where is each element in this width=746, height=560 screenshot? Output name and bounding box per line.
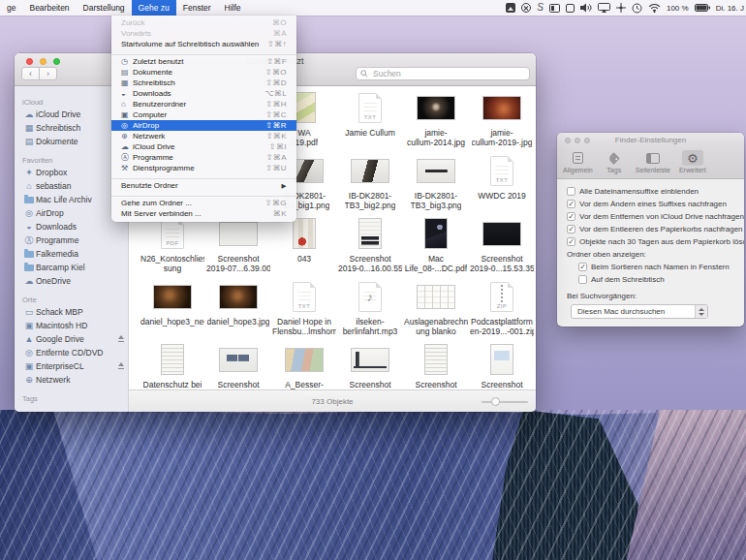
file-item[interactable]: TXT Jamie Cullum [337,89,403,152]
eject-icon[interactable] [117,362,125,370]
file-item[interactable]: PDF N26_Kontoschlies sung [140,215,205,278]
search-field[interactable] [356,67,530,80]
file-item[interactable]: Auslagenabrechn ung blanko [403,278,469,341]
sidebar-item[interactable]: Ⓐ Programme [15,233,128,247]
file-item[interactable]: daniel_hope3.jpg [205,278,271,341]
file-item[interactable]: Screenshot [403,341,469,389]
slider-knob[interactable] [491,397,500,406]
preferences-titlebar[interactable]: Finder-Einstellungen [557,133,744,147]
settings-option[interactable]: Vor dem Ändern eines Suffixes nachfragen [567,200,744,208]
menubar-menu[interactable]: Fenster [176,0,218,16]
file-item[interactable]: Screenshot [205,341,271,389]
sidebar-item[interactable]: ☁ OneDrive [15,274,128,288]
menu-item[interactable]: Mit Server verbinden ... ⌘K [111,208,296,219]
menu-item[interactable] [111,191,296,198]
menu-item[interactable]: ◎ AirDrop ⇧⌘R [111,120,296,131]
menu-item[interactable]: Startvolume auf Schreibtisch auswählen ⇧… [111,39,296,49]
file-item[interactable]: TXT WWDC 2019 [469,152,535,215]
file-item[interactable]: 043 [271,215,337,278]
file-item[interactable]: ZIP Podcastplattform en-2019...-001.zip [469,278,535,341]
file-item[interactable]: Screenshot [469,341,535,389]
sidebar-item[interactable]: Barcamp Kiel [15,261,128,274]
window-app-icon[interactable] [549,4,560,13]
checkbox[interactable] [578,275,587,284]
settings-tab[interactable]: ⚙ Erweitert [679,150,706,173]
menu-item[interactable]: ⊕ Netzwerk ⇧⌘K [111,131,296,141]
search-scope-dropdown[interactable]: Diesen Mac durchsuchen [571,304,708,319]
file-item[interactable]: Screenshot 2019-0...15.53.35 [469,215,535,278]
settings-tab[interactable]: Allgemein [563,150,593,173]
airplay-icon[interactable] [598,3,610,13]
eject-icon[interactable] [117,335,125,343]
forward-button[interactable]: › [39,67,57,80]
search-input[interactable] [371,68,525,79]
settings-option[interactable]: Alle Dateinamensuffixe einblenden [567,187,744,196]
file-item[interactable]: Mac Life_08-...DC.pdf [403,215,469,278]
checkbox[interactable] [567,200,575,208]
sidebar-item[interactable]: ◒ Downloads [15,220,128,233]
file-item[interactable]: ♪ ilseken- berlinfahrt.mp3 [337,278,403,341]
menu-item[interactable]: ◒ Downloads ⌥⌘L [111,88,296,99]
sidebar-item[interactable]: Orte [15,294,128,305]
menubar-clock[interactable]: Di. 16. J [716,4,744,13]
menu-item[interactable] [111,173,296,180]
sidebar-item[interactable]: ▣ Macintosh HD [15,319,128,332]
menubar-menu[interactable]: Bearbeiten [22,0,76,16]
menu-item[interactable]: ◷ Zuletzt benutzt ⇧⌘F [111,56,296,67]
sidebar-item[interactable]: Tags [15,392,128,404]
menu-item[interactable]: Benutzte Ordner ▶ [111,180,296,191]
screenshot-app-icon[interactable] [506,3,515,13]
battery-icon[interactable] [695,4,710,12]
menu-item[interactable] [111,49,296,56]
sidebar-item[interactable]: Falkemedia [15,247,128,261]
crosshair-icon[interactable] [616,3,626,13]
checkbox[interactable] [578,263,587,271]
sidebar-item[interactable]: ⊕ Netzwerk [15,373,128,387]
file-item[interactable]: jamie- cullum-2019-.jpg [469,89,535,152]
menu-item[interactable]: ▦ Schreibtisch ⇧⌘D [111,78,296,88]
script-s-icon[interactable]: S [537,3,544,13]
settings-option[interactable]: Objekte nach 30 Tagen aus dem Papierkorb… [567,237,744,246]
square-app-icon[interactable] [566,4,575,13]
file-item[interactable]: daniel_hope3_neu [140,278,205,341]
sidebar-item[interactable]: ◎ Entfernte CD/DVD [15,346,128,359]
settings-option[interactable]: Vor dem Entleeren des Papierkorbs nachfr… [567,225,744,233]
sidebar-item[interactable]: ▭ Schack MBP [15,305,128,319]
file-item[interactable]: IB-DK2801- TB3_big3.png [403,152,469,215]
menubar-menu[interactable]: ge [0,0,22,16]
file-item[interactable]: jamie- cullum-2014.jpg [403,89,469,152]
time-machine-icon[interactable] [632,3,642,14]
menu-item[interactable]: ▤ Dokumente ⇧⌘O [111,67,296,78]
menu-item[interactable]: ⌂ Benutzerordner ⇧⌘H [111,99,296,109]
checkbox[interactable] [567,212,575,221]
icon-size-slider[interactable] [482,394,528,409]
menubar-menu[interactable]: Gehe zu [132,0,176,16]
file-item[interactable]: TXT Daniel Hope in Flensbu...lmshorn [271,278,337,341]
menu-item[interactable]: Ⓐ Programme ⇧⌘A [111,152,296,163]
checkbox[interactable] [567,225,575,233]
sidebar-item[interactable]: ▲ Google Drive [15,332,128,346]
wifi-icon[interactable] [648,3,661,13]
settings-option[interactable]: Vor dem Entfernen von iCloud Drive nachf… [567,212,744,221]
checkbox[interactable] [567,237,575,246]
back-button[interactable]: ‹ [21,67,40,80]
menu-item[interactable]: Gehe zum Ordner ... ⇧⌘G [111,198,296,208]
menu-item[interactable]: Vorwärts ⌘Ä [111,28,296,39]
desktop[interactable] [0,410,746,560]
file-item[interactable]: IB-DK2801- TB3_big2.png [337,152,403,215]
file-item[interactable]: Screenshot 2019-07...6.39.00 [205,215,271,278]
menubar-menu[interactable]: Darstellung [77,0,132,16]
settings-option[interactable]: Auf dem Schreibtisch [578,275,744,284]
file-item[interactable]: A_Besser- [271,341,337,389]
settings-tab[interactable]: Tags [602,150,627,173]
file-item[interactable]: Screenshot 2019-0...16.00.55 [337,215,403,278]
sidebar-item[interactable]: ▣ EnterpriseCL [15,359,128,373]
menu-item[interactable]: ▣ Computer ⇧⌘C [111,109,296,120]
volume-icon[interactable] [580,3,592,13]
file-item[interactable]: Datenschutz bei [140,341,205,389]
settings-tab[interactable]: Seitenleiste [636,150,670,173]
menu-item[interactable]: ⚒ Dienstprogramme ⇧⌘U [111,163,296,173]
settings-option[interactable]: Beim Sortieren nach Namen in Fenstern [578,263,744,271]
menubar-menu[interactable]: Hilfe [218,0,248,16]
shutter-icon[interactable] [521,3,531,13]
